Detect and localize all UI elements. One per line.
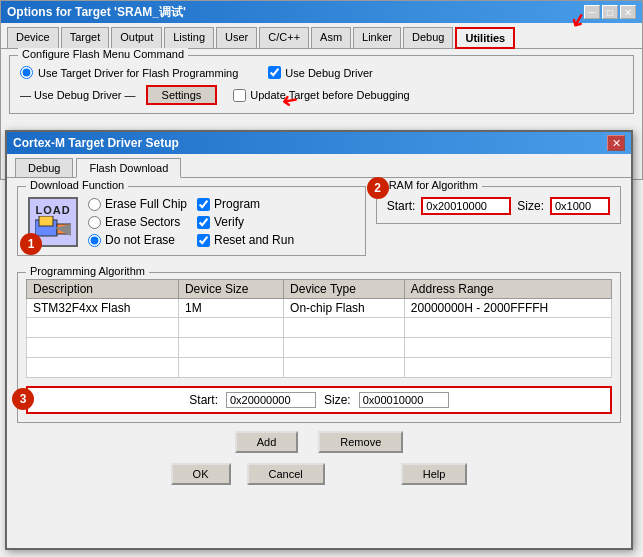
- do-not-erase-radio[interactable]: [88, 234, 101, 247]
- prog-legend: Programming Algorithm: [26, 265, 149, 277]
- ram-start-input[interactable]: [421, 197, 511, 215]
- prog-group: Programming Algorithm Description Device…: [17, 272, 621, 423]
- ok-button[interactable]: OK: [171, 463, 231, 485]
- program-label: Program: [214, 197, 260, 211]
- dialog-close-button[interactable]: ✕: [607, 135, 625, 151]
- add-remove-row: Add Remove: [17, 431, 621, 453]
- bg-titlebar-controls: ─ □ ✕: [584, 5, 636, 19]
- use-debug-checkbox[interactable]: [268, 66, 281, 79]
- use-debug-label: Use Debug Driver: [285, 67, 372, 79]
- erase-sectors-radio[interactable]: [88, 216, 101, 229]
- dialog-title: Cortex-M Target Driver Setup: [13, 136, 179, 150]
- tab-linker[interactable]: Linker: [353, 27, 401, 48]
- reset-run-label: Reset and Run: [214, 233, 294, 247]
- tab-output[interactable]: Output: [111, 27, 162, 48]
- verify-row: Verify: [197, 215, 294, 229]
- tab-flash-download[interactable]: Flash Download: [76, 158, 181, 178]
- main-dialog: Cortex-M Target Driver Setup ✕ Debug Fla…: [5, 130, 633, 550]
- flash-row2: — Use Debug Driver — Settings Update Tar…: [20, 85, 623, 105]
- ok-row: OK Cancel Help: [17, 463, 621, 485]
- reset-run-checkbox[interactable]: [197, 234, 210, 247]
- bottom-input-row: Start: Size:: [26, 386, 612, 414]
- bottom-start-label: Start:: [189, 393, 218, 407]
- settings-button[interactable]: Settings: [146, 85, 218, 105]
- do-not-erase-row: Do not Erase: [88, 233, 187, 247]
- bottom-input-wrapper: Start: Size: 3: [26, 386, 612, 414]
- dl-inner: LOAD 1: [28, 193, 355, 247]
- maximize-button[interactable]: □: [602, 5, 618, 19]
- tab-listing[interactable]: Listing: [164, 27, 214, 48]
- flash-radio-row1: Use Target Driver for Flash Programming …: [20, 66, 623, 79]
- tab-cpp[interactable]: C/C++: [259, 27, 309, 48]
- svg-rect-1: [39, 216, 53, 226]
- tab-debug[interactable]: Debug: [403, 27, 453, 48]
- table-row[interactable]: STM32F4xx Flash 1M On-chip Flash 2000000…: [27, 299, 612, 318]
- tab-user[interactable]: User: [216, 27, 257, 48]
- flash-group: Configure Flash Menu Command Use Target …: [9, 55, 634, 114]
- load-icon-wrapper: LOAD 1: [28, 193, 78, 247]
- tab-target[interactable]: Target: [61, 27, 110, 48]
- ram-group: RAM for Algorithm Start: Size: 2: [376, 186, 621, 224]
- col-address-range: Address Range: [404, 280, 611, 299]
- erase-sectors-label: Erase Sectors: [105, 215, 180, 229]
- col-device-size: Device Size: [178, 280, 283, 299]
- dialog-tabs: Debug Flash Download: [7, 154, 631, 178]
- flash-group-legend: Configure Flash Menu Command: [18, 48, 188, 60]
- program-row: Program: [197, 197, 294, 211]
- bottom-start-input[interactable]: [226, 392, 316, 408]
- tab-utilities[interactable]: Utilities: [455, 27, 515, 49]
- tab-asm[interactable]: Asm: [311, 27, 351, 48]
- close-button[interactable]: ✕: [620, 5, 636, 19]
- cell-address-range: 20000000H - 2000FFFFH: [404, 299, 611, 318]
- erase-options: Erase Full Chip Erase Sectors Do not Era…: [88, 197, 187, 247]
- load-text: LOAD: [35, 204, 70, 216]
- cell-description: STM32F4xx Flash: [27, 299, 179, 318]
- bg-window-title: Options for Target 'SRAM_调试': [7, 4, 186, 21]
- download-options: Program Verify Reset and Run: [197, 197, 294, 247]
- update-target-checkbox[interactable]: [233, 89, 246, 102]
- dialog-content: Download Function LOAD: [7, 178, 631, 493]
- remove-button[interactable]: Remove: [318, 431, 403, 453]
- help-button[interactable]: Help: [401, 463, 468, 485]
- ram-size-label: Size:: [517, 199, 544, 213]
- bg-tabs: Device Target Output Listing User C/C++ …: [1, 23, 642, 49]
- reset-run-row: Reset and Run: [197, 233, 294, 247]
- bottom-size-input[interactable]: [359, 392, 449, 408]
- ram-legend: RAM for Algorithm: [385, 179, 482, 191]
- erase-sectors-row: Erase Sectors: [88, 215, 187, 229]
- top-groups-row: Download Function LOAD: [17, 186, 621, 264]
- update-target-label: Update Target before Debugging: [250, 89, 409, 101]
- erase-full-chip-label: Erase Full Chip: [105, 197, 187, 211]
- download-function-group: Download Function LOAD: [17, 186, 366, 256]
- dialog-titlebar: Cortex-M Target Driver Setup ✕: [7, 132, 631, 154]
- erase-full-chip-radio[interactable]: [88, 198, 101, 211]
- cell-device-type: On-chip Flash: [284, 299, 405, 318]
- do-not-erase-label: Do not Erase: [105, 233, 175, 247]
- tab-device[interactable]: Device: [7, 27, 59, 48]
- ram-size-input[interactable]: [550, 197, 610, 215]
- target-driver-radio[interactable]: [20, 66, 33, 79]
- ram-start-label: Start:: [387, 199, 416, 213]
- cancel-button[interactable]: Cancel: [247, 463, 325, 485]
- ram-row: Start: Size:: [387, 197, 610, 215]
- cell-device-size: 1M: [178, 299, 283, 318]
- download-legend: Download Function: [26, 179, 128, 191]
- verify-label: Verify: [214, 215, 244, 229]
- target-driver-label: Use Target Driver for Flash Programming: [38, 67, 238, 79]
- debug-driver-text: — Use Debug Driver —: [20, 89, 136, 101]
- bg-titlebar: Options for Target 'SRAM_调试' ─ □ ✕: [1, 1, 642, 23]
- erase-full-chip-row: Erase Full Chip: [88, 197, 187, 211]
- minimize-button[interactable]: ─: [584, 5, 600, 19]
- col-device-type: Device Type: [284, 280, 405, 299]
- load-graphic: [35, 216, 71, 240]
- col-description: Description: [27, 280, 179, 299]
- prog-table: Description Device Size Device Type Addr…: [26, 279, 612, 378]
- load-icon: LOAD: [28, 197, 78, 247]
- tab-dialog-debug[interactable]: Debug: [15, 158, 73, 177]
- program-checkbox[interactable]: [197, 198, 210, 211]
- verify-checkbox[interactable]: [197, 216, 210, 229]
- bottom-size-label: Size:: [324, 393, 351, 407]
- add-button[interactable]: Add: [235, 431, 299, 453]
